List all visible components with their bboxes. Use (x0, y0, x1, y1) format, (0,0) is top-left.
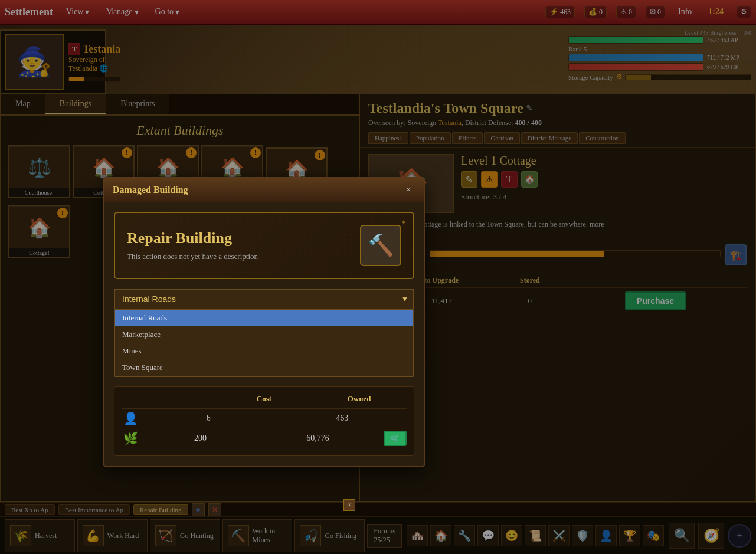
action-card: Repair Building This action does not yet… (114, 212, 414, 279)
dropdown-item-internal-roads[interactable]: Internal Roads (115, 310, 413, 326)
action-desc: This action does not yet have a descript… (127, 252, 351, 261)
modal-title: Damaged Building (113, 185, 188, 195)
owned-val-resource: 60,776 (261, 434, 374, 443)
action-title: Repair Building (127, 230, 351, 247)
col-owned: Owned (312, 394, 407, 404)
dropdown-item-mines[interactable]: Mines (115, 343, 413, 359)
action-card-corner: ✦ (397, 215, 411, 230)
damaged-building-modal: Damaged Building × Repair Building This … (103, 177, 425, 467)
action-icon: 🔨 (360, 225, 401, 266)
modal-overlay: Damaged Building × Repair Building This … (0, 0, 756, 554)
people-icon: 👤 (122, 411, 139, 425)
modal-body: Repair Building This action does not yet… (104, 202, 424, 466)
owned-val-people: 463 (278, 414, 407, 423)
cost-val-people: 6 (144, 414, 273, 423)
cost-header: Cost Owned (122, 394, 407, 404)
dropdown-item-town-square[interactable]: Town Square (115, 359, 413, 376)
dropdown-item-marketplace[interactable]: Marketplace (115, 326, 413, 343)
modal-close-btn[interactable]: × (401, 183, 415, 197)
col-cost: Cost (217, 394, 312, 404)
location-dropdown[interactable]: Internal Roads Marketplace Mines Town Sq… (114, 289, 414, 310)
modal-header: Damaged Building × (104, 178, 424, 202)
cost-val-resource: 200 (144, 434, 257, 443)
cost-section: × Cost Owned 👤 6 463 🌿 200 60,776 (114, 386, 414, 456)
cost-row-people: 👤 6 463 (122, 408, 407, 428)
dropdown-list[interactable]: Internal Roads Marketplace Mines Town Sq… (114, 310, 414, 377)
cost-section-close[interactable]: × (343, 499, 355, 511)
dropdown-container: Internal Roads Marketplace Mines Town Sq… (114, 289, 414, 310)
buy-resource-btn[interactable]: 🛒 (384, 431, 407, 446)
resource-icon: 🌿 (122, 431, 139, 445)
cost-row-resource: 🌿 200 60,776 🛒 (122, 428, 407, 448)
